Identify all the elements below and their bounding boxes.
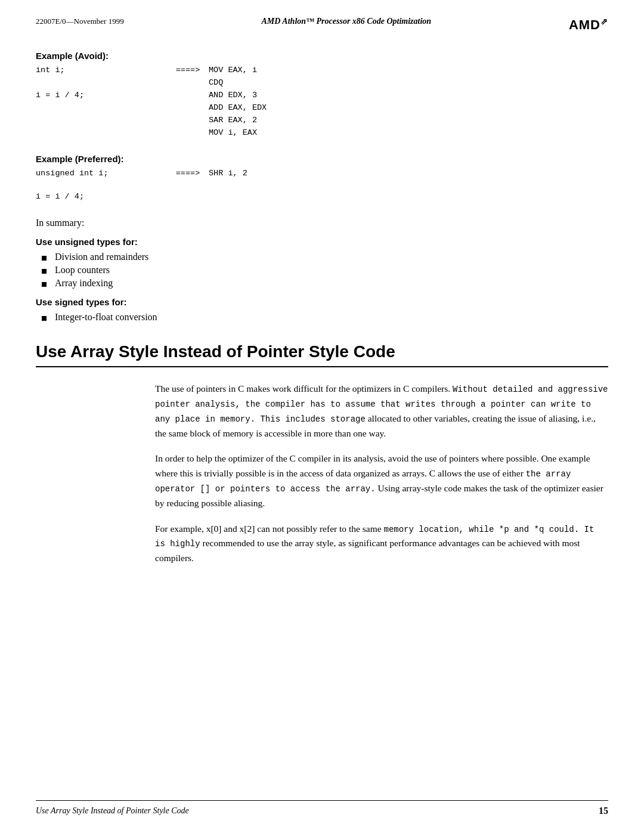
footer-left: Use Array Style Instead of Pointer Style… xyxy=(36,806,189,816)
code-row-5: SAR EAX, 2 xyxy=(36,114,608,127)
code-row-6: MOV i, EAX xyxy=(36,127,608,140)
example-preferred-section: Example (Preferred): unsigned int i; ===… xyxy=(36,154,608,203)
header-title: AMD Athlon™ Processor x86 Code Optimizat… xyxy=(124,17,569,26)
code-arrow-1: ====> xyxy=(167,64,209,77)
code-right-6: MOV i, EAX xyxy=(209,127,608,140)
list-item-label-4: Integer-to-float conversion xyxy=(55,312,157,323)
doc-number: 22007E/0—November 1999 xyxy=(36,17,124,26)
paragraph-1: The use of pointers in C makes work diff… xyxy=(155,382,608,441)
preferred-code-arrow-1: ====> xyxy=(167,168,209,180)
section-divider xyxy=(36,366,608,367)
section-heading: Use Array Style Instead of Pointer Style… xyxy=(36,342,608,362)
list-item-array: Array indexing xyxy=(42,278,608,289)
list-item-label-2: Loop counters xyxy=(55,265,110,275)
example-avoid-label: Example (Avoid): xyxy=(36,51,608,61)
page-footer: Use Array Style Instead of Pointer Style… xyxy=(36,800,608,816)
list-item-label-3: Array indexing xyxy=(55,278,113,289)
code-left-3: i = i / 4; xyxy=(36,89,167,102)
example-preferred-code: unsigned int i; ====> SHR i, 2 xyxy=(36,168,608,180)
code-left-1: int i; xyxy=(36,64,167,77)
bullet-icon-3 xyxy=(42,282,47,287)
code-right-5: SAR EAX, 2 xyxy=(209,114,608,127)
bullet-icon-1 xyxy=(42,256,47,261)
preferred-code-left-1: unsigned int i; xyxy=(36,168,167,180)
preferred-code-right-1: SHR i, 2 xyxy=(209,168,608,180)
section-container: Use Array Style Instead of Pointer Style… xyxy=(36,342,608,368)
code-row-4: ADD EAX, EDX xyxy=(36,102,608,114)
code-right-1: MOV EAX, i xyxy=(209,64,608,77)
code-row-1: int i; ====> MOV EAX, i xyxy=(36,64,608,77)
code-row-3: i = i / 4; AND EDX, 3 xyxy=(36,89,608,102)
list-item-label-1: Division and remainders xyxy=(55,252,148,262)
code-inline-3: memory location, while *p and *q could. … xyxy=(155,525,594,549)
example-preferred-label: Example (Preferred): xyxy=(36,154,608,164)
use-unsigned-heading: Use unsigned types for: xyxy=(36,237,608,247)
code-inline-2: the array operator [] or pointers to acc… xyxy=(155,469,571,494)
paragraph-2: In order to help the optimizer of the C … xyxy=(155,451,608,510)
list-item-float: Integer-to-float conversion xyxy=(42,312,608,323)
list-item-division: Division and remainders xyxy=(42,252,608,262)
page: 22007E/0—November 1999 AMD Athlon™ Proce… xyxy=(0,0,644,833)
use-signed-heading: Use signed types for: xyxy=(36,297,608,307)
example-avoid-code: int i; ====> MOV EAX, i CDQ i = i / 4; A… xyxy=(36,64,608,140)
code-inline-1: Without detailed and aggressive pointer … xyxy=(155,385,608,424)
footer-page-number: 15 xyxy=(599,806,608,816)
code-right-2: CDQ xyxy=(209,77,608,89)
amd-logo: AMD⇗ xyxy=(569,17,608,33)
bullet-icon-4 xyxy=(42,316,47,321)
summary-text: In summary: xyxy=(36,218,608,228)
page-header: 22007E/0—November 1999 AMD Athlon™ Proce… xyxy=(0,0,644,39)
content-area: Example (Avoid): int i; ====> MOV EAX, i… xyxy=(0,39,644,600)
code-right-4: ADD EAX, EDX xyxy=(209,102,608,114)
code-row-2: CDQ xyxy=(36,77,608,89)
preferred-extra-code: i = i / 4; xyxy=(36,191,608,203)
body-text-area: The use of pointers in C makes work diff… xyxy=(36,382,608,566)
bullet-icon-2 xyxy=(42,269,47,274)
preferred-extra-line: i = i / 4; xyxy=(36,192,84,201)
use-signed-list: Integer-to-float conversion xyxy=(42,312,608,323)
paragraph-3: For example, x[0] and x[2] can not possi… xyxy=(155,522,608,566)
code-right-3: AND EDX, 3 xyxy=(209,89,608,102)
list-item-loop: Loop counters xyxy=(42,265,608,275)
preferred-code-row-1: unsigned int i; ====> SHR i, 2 xyxy=(36,168,608,180)
use-unsigned-list: Division and remainders Loop counters Ar… xyxy=(42,252,608,289)
example-avoid-section: Example (Avoid): int i; ====> MOV EAX, i… xyxy=(36,51,608,140)
